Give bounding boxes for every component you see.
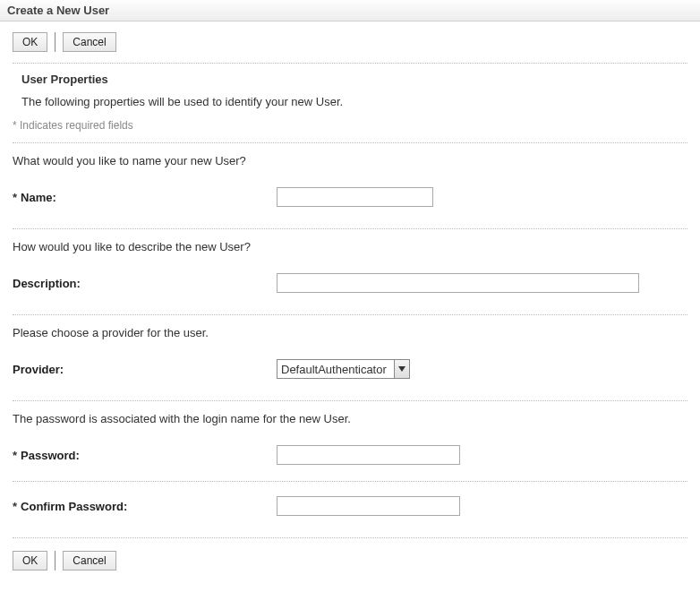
cancel-button[interactable]: Cancel xyxy=(63,32,115,52)
section-title: User Properties xyxy=(13,65,687,91)
separator xyxy=(13,228,687,229)
confirm-password-label: *Confirm Password: xyxy=(13,500,277,513)
name-label: *Name: xyxy=(13,191,277,204)
provider-select[interactable]: DefaultAuthenticator xyxy=(277,359,410,379)
ok-button[interactable]: OK xyxy=(13,32,47,52)
description-label: Description: xyxy=(13,277,277,290)
chevron-down-icon xyxy=(398,366,405,372)
required-asterisk: * xyxy=(13,191,17,204)
svg-marker-0 xyxy=(398,366,405,372)
top-button-bar: OK Cancel xyxy=(0,21,700,59)
separator xyxy=(13,314,687,315)
password-input[interactable] xyxy=(277,445,460,465)
provider-selected-value: DefaultAuthenticator xyxy=(277,359,394,379)
separator xyxy=(13,537,687,538)
required-fields-note: * Indicates required fields xyxy=(13,114,687,139)
name-input[interactable] xyxy=(277,187,433,207)
ok-button[interactable]: OK xyxy=(13,551,47,571)
separator xyxy=(13,63,687,64)
name-label-text: Name: xyxy=(21,191,56,204)
button-divider xyxy=(55,32,55,52)
required-asterisk: * xyxy=(13,500,17,513)
separator xyxy=(13,481,687,482)
password-intro: The password is associated with the logi… xyxy=(13,412,687,442)
description-input[interactable] xyxy=(277,273,639,293)
confirm-password-input[interactable] xyxy=(277,496,460,516)
cancel-button[interactable]: Cancel xyxy=(63,551,115,571)
section-description: The following properties will be used to… xyxy=(13,91,687,114)
password-label: *Password: xyxy=(13,449,277,462)
provider-prompt: Please choose a provider for the user. xyxy=(13,326,687,356)
required-asterisk: * xyxy=(13,449,17,462)
bottom-button-bar: OK Cancel xyxy=(13,540,687,578)
page-title: Create a New User xyxy=(0,0,700,21)
separator xyxy=(13,400,687,401)
button-divider xyxy=(55,551,55,571)
separator xyxy=(13,142,687,143)
description-prompt: How would you like to describe the new U… xyxy=(13,240,687,270)
provider-label: Provider: xyxy=(13,363,277,376)
confirm-password-label-text: Confirm Password: xyxy=(21,500,127,513)
name-prompt: What would you like to name your new Use… xyxy=(13,154,687,184)
provider-dropdown-button[interactable] xyxy=(394,359,410,379)
password-label-text: Password: xyxy=(21,449,80,462)
